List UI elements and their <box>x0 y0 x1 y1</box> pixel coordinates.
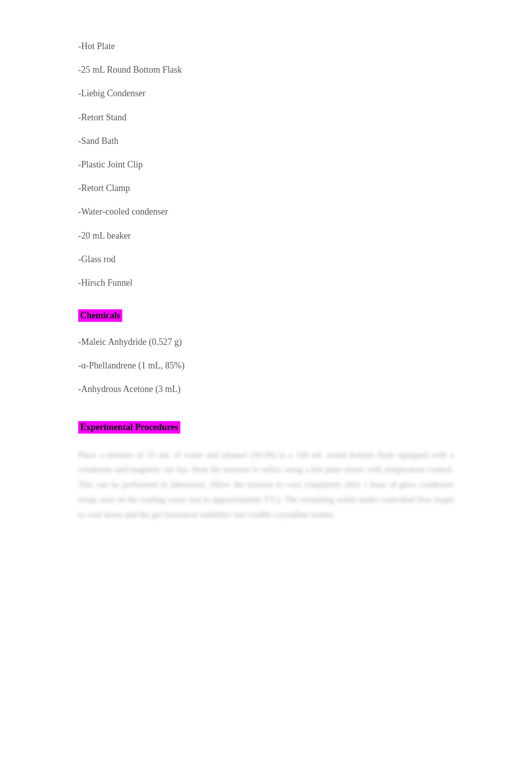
list-item: -20 mL beaker <box>78 230 454 242</box>
list-item: -Retort Stand <box>78 111 454 124</box>
list-item: -Plastic Joint Clip <box>78 158 454 171</box>
list-item: -Retort Clamp <box>78 182 454 194</box>
equipment-list: -Hot Plate -25 mL Round Bottom Flask -Li… <box>78 40 454 289</box>
list-item: -Sand Bath <box>78 135 454 147</box>
chemical-item: -α-Phellandrene (1 mL, 85%) <box>78 359 454 372</box>
alpha-symbol: α <box>81 360 86 370</box>
chemicals-list: -Maleic Anhydride (0.527 g) -α-Phellandr… <box>78 336 454 396</box>
list-item: -Hirsch Funnel <box>78 277 454 289</box>
chemicals-section: Chemicals -Maleic Anhydride (0.527 g) -α… <box>78 304 454 396</box>
chemicals-heading: Chemicals <box>78 309 122 322</box>
list-item: -25 mL Round Bottom Flask <box>78 64 454 76</box>
chemical-item: -Anhydrous Acetone (3 mL) <box>78 383 454 396</box>
list-item: -Hot Plate <box>78 40 454 53</box>
list-item: -Water-cooled condenser <box>78 206 454 218</box>
list-item: -Liebig Condenser <box>78 87 454 100</box>
procedures-heading: Experimental Procedures <box>78 421 180 434</box>
list-item: -Glass rod <box>78 253 454 266</box>
page: -Hot Plate -25 mL Round Bottom Flask -Li… <box>0 0 532 780</box>
procedures-text: Place a mixture of 25 mL of water and et… <box>78 448 454 522</box>
chemical-item: -Maleic Anhydride (0.527 g) <box>78 336 454 348</box>
procedures-section: Experimental Procedures Place a mixture … <box>78 416 454 522</box>
